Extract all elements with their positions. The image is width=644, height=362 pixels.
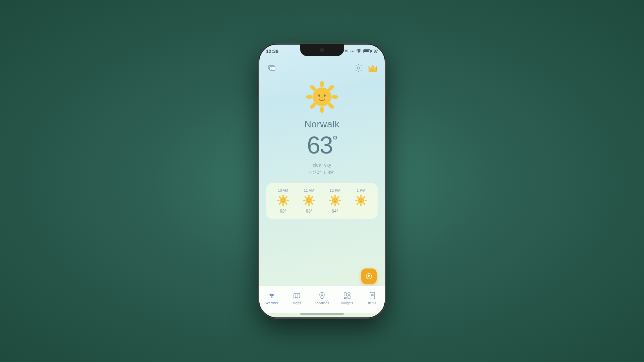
hour-label-2: 12 PM (330, 188, 340, 192)
weather-tab-icon (267, 291, 276, 300)
hour-label-1: 11 AM (304, 188, 314, 192)
notch (300, 45, 344, 56)
wifi-icon: ⋯ (350, 49, 355, 54)
svg-point-25 (322, 97, 323, 98)
svg-point-45 (303, 200, 306, 201)
svg-point-60 (332, 197, 338, 204)
hourly-grid: 10 AM (271, 188, 373, 214)
layers-button[interactable] (266, 62, 278, 74)
svg-point-71 (355, 200, 358, 201)
svg-point-46 (304, 196, 307, 198)
svg-rect-81 (348, 293, 350, 294)
svg-point-68 (363, 202, 366, 205)
tab-maps[interactable]: Maps (284, 291, 310, 305)
hourly-forecast-card: 10 AM (266, 183, 378, 219)
svg-point-72 (356, 196, 359, 198)
hourly-item-0: 10 AM (271, 188, 295, 214)
tab-items[interactable]: Items (360, 291, 385, 305)
hourly-item-2: 12 PM (323, 188, 347, 214)
svg-point-16 (306, 95, 313, 99)
svg-point-69 (360, 204, 362, 206)
svg-point-58 (329, 200, 331, 201)
svg-point-22 (325, 95, 326, 96)
svg-point-14 (320, 106, 324, 113)
svg-point-65 (360, 194, 362, 197)
svg-point-76 (359, 201, 360, 201)
weather-highlow: H:70° L:49° (309, 169, 335, 176)
hour-label-0: 10 AM (278, 188, 288, 192)
svg-point-70 (356, 202, 359, 205)
svg-point-0 (358, 52, 359, 53)
hour-temp-2: 64° (332, 208, 338, 214)
main-content: Norwalk 63° clear sky H:70° L:49° 10 AM (259, 77, 385, 286)
svg-point-57 (330, 202, 333, 205)
app-header (259, 61, 385, 77)
tab-label-weather: Weather (266, 301, 278, 305)
svg-rect-82 (348, 296, 350, 299)
svg-point-77 (362, 201, 363, 201)
sun-character (305, 80, 339, 114)
svg-point-47 (306, 197, 312, 204)
svg-point-32 (277, 200, 279, 201)
tab-weather[interactable]: Weather (259, 291, 284, 305)
svg-point-12 (331, 95, 338, 99)
svg-point-19 (318, 95, 320, 97)
temperature-value: 63 (307, 132, 332, 159)
tab-locations[interactable]: Locations (310, 291, 335, 305)
svg-point-54 (338, 200, 341, 201)
svg-point-5 (368, 66, 370, 68)
front-camera (320, 48, 324, 52)
items-tab-icon (368, 291, 377, 300)
svg-point-49 (310, 199, 310, 200)
weather-condition: clear sky (309, 161, 335, 169)
svg-point-31 (278, 202, 281, 205)
svg-point-74 (360, 199, 360, 200)
svg-point-3 (358, 67, 360, 69)
svg-point-43 (308, 204, 310, 206)
phone-screen: 12:39 SOS ⋯ 8 (259, 45, 385, 317)
svg-point-35 (282, 199, 282, 200)
battery-level: 87 (374, 49, 378, 54)
svg-point-66 (363, 196, 366, 198)
svg-rect-4 (369, 70, 377, 72)
svg-point-28 (286, 200, 289, 201)
svg-point-55 (337, 202, 340, 205)
svg-point-63 (333, 201, 334, 201)
status-right: SOS ⋯ 87 (341, 49, 378, 54)
header-right-icons (353, 63, 378, 73)
svg-rect-2 (270, 66, 275, 70)
settings-button[interactable] (353, 63, 364, 73)
hourly-item-1: 11 AM (298, 188, 321, 214)
share-button[interactable] (361, 268, 377, 284)
svg-point-64 (336, 201, 337, 201)
svg-point-7 (376, 66, 377, 68)
tab-bar: Weather Maps Locations (259, 286, 385, 313)
svg-point-33 (278, 196, 281, 198)
svg-point-20 (324, 95, 326, 97)
svg-point-40 (311, 196, 314, 198)
status-time: 12:39 (266, 49, 278, 54)
svg-point-34 (280, 197, 286, 204)
hourly-item-3: 1 PM (350, 188, 373, 214)
svg-point-48 (308, 199, 308, 200)
svg-point-62 (336, 199, 336, 200)
tab-widgets[interactable]: Widgets (334, 291, 360, 305)
svg-point-44 (304, 202, 307, 205)
tab-label-widgets: Widgets (341, 301, 353, 305)
svg-point-61 (334, 199, 334, 200)
svg-point-6 (372, 65, 373, 66)
svg-point-23 (316, 97, 319, 99)
home-indicator (300, 313, 344, 315)
svg-point-42 (311, 202, 314, 205)
tab-label-maps: Maps (293, 301, 301, 305)
svg-point-18 (313, 87, 331, 106)
temperature-unit: ° (332, 133, 337, 148)
svg-point-21 (320, 95, 320, 96)
svg-point-75 (362, 199, 362, 200)
svg-point-50 (307, 201, 308, 201)
crown-button[interactable] (367, 63, 378, 73)
svg-point-38 (284, 201, 285, 201)
tab-label-items: Items (368, 301, 376, 305)
svg-point-8 (371, 69, 372, 70)
svg-point-26 (282, 194, 284, 197)
